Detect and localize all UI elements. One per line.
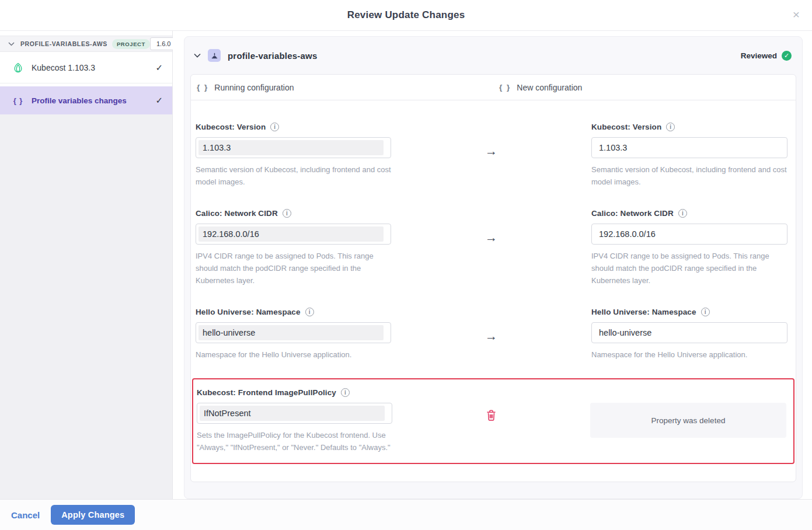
info-icon[interactable]: i — [341, 388, 350, 397]
dialog-body: PROFILE-VARIABLES-AWS PROJECT 1.6.0 Kube… — [0, 31, 812, 499]
dialog-title: Review Update Changes — [347, 9, 465, 21]
new-value: 1.103.3 — [599, 143, 627, 152]
field-description: IPV4 CIDR range to be assigned to Pods. … — [591, 250, 787, 287]
project-scope-badge: PROJECT — [112, 39, 150, 49]
deleted-property-highlight: Kubecost: Frontend ImagePullPolicy i IfN… — [192, 378, 794, 464]
running-configuration-header: { } Running configuration — [191, 75, 493, 100]
sidebar-item-label: Profile variables changes — [32, 96, 127, 105]
diff-columns-header: { } Running configuration { } New config… — [191, 75, 796, 100]
new-value-input[interactable]: 1.103.3 — [591, 137, 787, 158]
check-icon: ✓ — [155, 95, 163, 106]
info-icon[interactable]: i — [270, 123, 279, 131]
check-icon: ✓ — [155, 62, 163, 73]
braces-icon: { } — [499, 83, 511, 92]
sidebar-profile-header[interactable]: PROFILE-VARIABLES-AWS PROJECT 1.6.0 — [0, 36, 172, 52]
running-value: 192.168.0.0/16 — [198, 226, 384, 242]
running-configuration-label: Running configuration — [214, 83, 294, 92]
apply-changes-button[interactable]: Apply Changes — [51, 505, 135, 525]
sidebar-item-kubecost[interactable]: Kubecost 1.103.3 ✓ — [0, 52, 172, 83]
field-label: Kubecost: Version — [591, 123, 661, 131]
running-value-input[interactable]: 1.103.3 — [196, 137, 391, 158]
field-label: Hello Universe: Namespace — [196, 308, 301, 316]
running-value: 1.103.3 — [198, 140, 384, 155]
chevron-down-icon[interactable] — [194, 53, 201, 58]
sidebar-item-label: Kubecost 1.103.3 — [32, 63, 95, 72]
sidebar-item-profile-variables[interactable]: { } Profile variables changes ✓ — [0, 86, 172, 114]
dialog-footer: Cancel Apply Changes — [0, 499, 812, 530]
arrow-right-icon: → — [485, 231, 497, 244]
close-icon[interactable]: × — [789, 8, 803, 22]
field-description: Namespace for the Hello Universe applica… — [196, 348, 391, 361]
review-update-changes-dialog: Review Update Changes × PROFILE-VARIABLE… — [0, 0, 812, 530]
field-row-calico-cidr: Calico: Network CIDR i 192.168.0.0/16 IP… — [191, 207, 796, 287]
new-value-input[interactable]: 192.168.0.0/16 — [591, 224, 787, 245]
helm-pack-icon — [12, 62, 25, 74]
new-configuration-label: New configuration — [517, 83, 582, 92]
property-deleted-message: Property was deleted — [590, 403, 786, 438]
new-value-input[interactable]: hello-universe — [591, 322, 787, 343]
reviewed-check-icon: ✓ — [782, 51, 792, 61]
cancel-button[interactable]: Cancel — [11, 510, 40, 520]
new-value: 192.168.0.0/16 — [599, 229, 656, 239]
info-icon[interactable]: i — [666, 123, 675, 131]
info-icon[interactable]: i — [283, 209, 291, 218]
running-value-input[interactable]: hello-universe — [196, 322, 391, 343]
field-label: Hello Universe: Namespace — [591, 308, 696, 316]
main-panel: profile-variables-aws Reviewed ✓ { } Run… — [173, 31, 812, 499]
field-label: Kubecost: Version — [196, 123, 266, 131]
chevron-down-icon[interactable] — [8, 42, 15, 46]
new-configuration-header: { } New configuration — [493, 75, 796, 100]
sidebar: PROFILE-VARIABLES-AWS PROJECT 1.6.0 Kube… — [0, 31, 173, 499]
info-icon[interactable]: i — [678, 209, 687, 218]
running-value: hello-universe — [198, 325, 384, 340]
info-icon[interactable]: i — [701, 308, 710, 316]
running-value-input[interactable]: 192.168.0.0/16 — [196, 224, 391, 245]
profile-name-label: PROFILE-VARIABLES-AWS — [20, 40, 107, 47]
field-description: Namespace for the Hello Universe applica… — [591, 348, 787, 361]
info-icon[interactable]: i — [305, 308, 314, 316]
braces-icon: { } — [12, 96, 25, 105]
review-status: Reviewed ✓ — [741, 51, 792, 61]
field-description: IPV4 CIDR range to be assigned to Pods. … — [196, 250, 391, 287]
running-value-input[interactable]: IfNotPresent — [197, 403, 392, 424]
profile-title: profile-variables-aws — [228, 51, 317, 61]
field-label: Calico: Network CIDR — [196, 209, 278, 218]
profile-type-icon — [208, 49, 221, 62]
trash-icon — [486, 410, 496, 421]
reviewed-label: Reviewed — [741, 51, 777, 60]
new-value: hello-universe — [599, 328, 651, 337]
field-row-kubecost-version: Kubecost: Version i 1.103.3 Semantic ver… — [191, 121, 796, 188]
profile-accordion: profile-variables-aws Reviewed ✓ { } Run… — [184, 36, 803, 499]
field-label: Calico: Network CIDR — [591, 209, 674, 218]
field-description: Semantic version of Kubecost, including … — [591, 163, 787, 188]
braces-icon: { } — [197, 83, 208, 92]
configuration-diff-card: { } Running configuration { } New config… — [190, 74, 796, 482]
arrow-right-icon: → — [485, 329, 497, 343]
accordion-header[interactable]: profile-variables-aws Reviewed ✓ — [184, 37, 802, 74]
running-value: IfNotPresent — [200, 406, 385, 421]
field-row-hello-universe-namespace: Hello Universe: Namespace i hello-univer… — [191, 306, 796, 361]
sidebar-filler — [0, 114, 172, 499]
field-description: Semantic version of Kubecost, including … — [196, 163, 391, 188]
field-row-kubecost-imagepullpolicy: Kubecost: Frontend ImagePullPolicy i IfN… — [197, 386, 786, 454]
field-description: Sets the ImagePullPolicy for the Kubecos… — [197, 429, 392, 454]
arrow-right-icon: → — [485, 144, 497, 158]
diff-rows: Kubecost: Version i 1.103.3 Semantic ver… — [191, 100, 796, 464]
dialog-header: Review Update Changes × — [0, 0, 812, 31]
field-label: Kubecost: Frontend ImagePullPolicy — [197, 388, 336, 397]
